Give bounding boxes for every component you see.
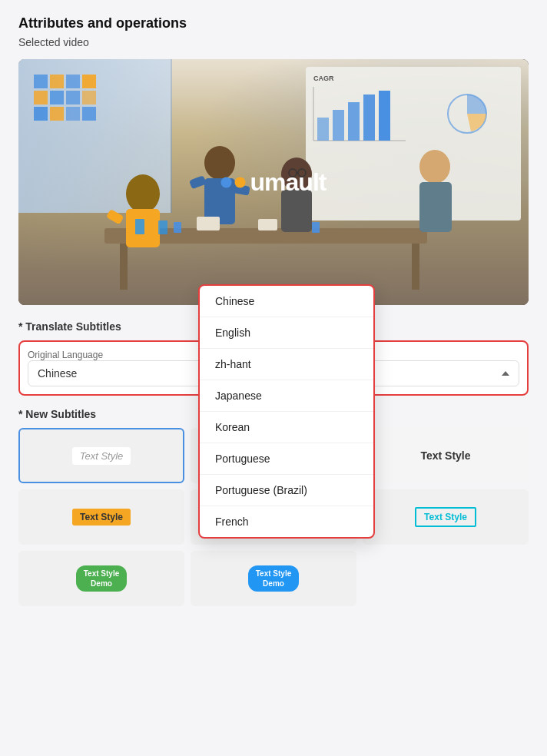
style-preview-yellow: Text Style [72,509,131,526]
style-preview-default: Text Style [72,447,131,465]
dropdown-item-portuguese[interactable]: Portuguese [200,443,373,475]
video-thumbnail: CAGR [18,59,529,305]
text-style-header-label: Text Style [420,449,470,462]
dropdown-item-english[interactable]: English [200,317,373,349]
dropdown-item-japanese[interactable]: Japanese [200,380,373,412]
style-preview-cyan: Text Style [415,507,476,527]
svg-rect-29 [174,222,181,233]
logo-dot-yellow [235,177,246,187]
svg-rect-13 [106,209,124,224]
style-preview-green-pill: Text StyleDemo [76,565,128,592]
dropdown-item-korean[interactable]: Korean [200,412,373,443]
svg-rect-28 [258,219,277,230]
logo-dot-blue [221,177,232,187]
dropdown-item-french[interactable]: French [200,506,373,537]
dropdown-item-zh-hant[interactable]: zh-hant [200,349,373,380]
required-marker: * [18,320,25,333]
page-subtitle: Selected video [18,36,529,48]
translate-language-chevron-up-icon [502,371,509,376]
style-card-green-pill[interactable]: Text StyleDemo [18,551,184,606]
style-card-label: Text Style [363,428,529,483]
svg-point-11 [126,174,160,213]
language-dropdown[interactable]: Chinese English zh-hant Japanese Korean … [198,284,375,539]
style-card-yellow[interactable]: Text Style [18,489,184,545]
new-subtitles-required-marker: * [18,408,25,420]
style-card-cyan[interactable]: Text Style [363,489,529,545]
style-card-blue-pill[interactable]: Text StyleDemo [191,551,356,606]
page-title: Attributes and operations [18,15,529,32]
svg-rect-25 [135,219,144,234]
svg-rect-27 [197,217,220,230]
svg-point-20 [419,150,450,184]
style-preview-blue-pill: Text StyleDemo [248,565,300,592]
dropdown-item-chinese[interactable]: Chinese [200,286,373,317]
svg-rect-30 [312,222,320,233]
style-card-default[interactable]: Text Style [18,428,184,483]
dropdown-item-portuguese-brazil[interactable]: Portuguese (Brazil) [200,475,373,506]
svg-rect-21 [419,182,452,232]
logo-text: umault [250,168,327,197]
video-logo: umault [221,168,327,197]
svg-rect-10 [412,244,419,290]
svg-rect-9 [120,244,128,290]
svg-rect-26 [158,220,167,234]
original-language-value: Chinese [38,367,77,380]
svg-rect-16 [189,175,207,189]
